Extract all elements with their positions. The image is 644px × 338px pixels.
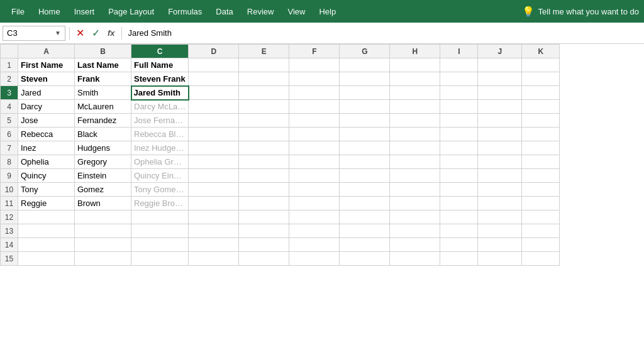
cell-C7[interactable]: Inez Hudge… <box>131 141 189 155</box>
cell-H2[interactable] <box>390 72 440 86</box>
cell-F12[interactable] <box>289 210 340 224</box>
cell-G7[interactable] <box>340 141 390 155</box>
row-num-2[interactable]: 2 <box>1 72 18 86</box>
cell-E9[interactable] <box>239 169 289 183</box>
cell-D6[interactable] <box>189 128 239 141</box>
cell-F4[interactable] <box>289 100 340 114</box>
cell-F14[interactable] <box>289 238 340 252</box>
cell-G9[interactable] <box>340 169 390 183</box>
cell-H4[interactable] <box>390 100 440 114</box>
cell-C10[interactable]: Tony Gome… <box>131 183 189 197</box>
cell-D8[interactable] <box>189 155 239 169</box>
cell-D1[interactable] <box>189 58 239 72</box>
cell-D10[interactable] <box>189 183 239 197</box>
cell-B1[interactable]: Last Name <box>75 58 131 72</box>
cell-I9[interactable] <box>440 169 478 183</box>
row-num-6[interactable]: 6 <box>1 128 18 141</box>
cell-H9[interactable] <box>390 169 440 183</box>
cell-F6[interactable] <box>289 128 340 141</box>
cell-E15[interactable] <box>239 252 289 266</box>
cell-H15[interactable] <box>390 252 440 266</box>
cell-C8[interactable]: Ophelia Gr… <box>131 155 189 169</box>
cell-B6[interactable]: Black <box>75 128 131 141</box>
cell-C6[interactable]: Rebecca Bl… <box>131 128 189 141</box>
cell-A10[interactable]: Tony <box>18 183 75 197</box>
col-header-J[interactable]: J <box>478 45 522 58</box>
cell-I2[interactable] <box>440 72 478 86</box>
cell-G14[interactable] <box>340 238 390 252</box>
cell-D7[interactable] <box>189 141 239 155</box>
cell-F8[interactable] <box>289 155 340 169</box>
menu-view[interactable]: View <box>281 4 311 19</box>
menu-file[interactable]: File <box>5 4 31 19</box>
cell-E8[interactable] <box>239 155 289 169</box>
cell-F15[interactable] <box>289 252 340 266</box>
cell-K2[interactable] <box>522 72 560 86</box>
cell-A15[interactable] <box>18 252 75 266</box>
cell-C3[interactable]: Jared Smith <box>131 86 189 100</box>
cell-D11[interactable] <box>189 197 239 210</box>
formula-input[interactable] <box>126 26 641 41</box>
fx-button[interactable]: fx <box>105 28 118 38</box>
cell-A9[interactable]: Quincy <box>18 169 75 183</box>
cell-E4[interactable] <box>239 100 289 114</box>
cell-K12[interactable] <box>522 210 560 224</box>
cell-A13[interactable] <box>18 224 75 238</box>
row-num-12[interactable]: 12 <box>1 210 18 224</box>
cell-C4[interactable]: Darcy McLa… <box>131 100 189 114</box>
cell-K13[interactable] <box>522 224 560 238</box>
cell-B10[interactable]: Gomez <box>75 183 131 197</box>
cell-B15[interactable] <box>75 252 131 266</box>
cell-F13[interactable] <box>289 224 340 238</box>
cell-J7[interactable] <box>478 141 522 155</box>
cell-A6[interactable]: Rebecca <box>18 128 75 141</box>
cell-F11[interactable] <box>289 197 340 210</box>
row-num-5[interactable]: 5 <box>1 114 18 128</box>
cell-F9[interactable] <box>289 169 340 183</box>
menu-review[interactable]: Review <box>241 4 280 19</box>
cell-D2[interactable] <box>189 72 239 86</box>
cell-J11[interactable] <box>478 197 522 210</box>
cell-D15[interactable] <box>189 252 239 266</box>
cell-I12[interactable] <box>440 210 478 224</box>
cell-A1[interactable]: First Name <box>18 58 75 72</box>
cell-K1[interactable] <box>522 58 560 72</box>
cell-B2[interactable]: Frank <box>75 72 131 86</box>
row-num-7[interactable]: 7 <box>1 141 18 155</box>
col-header-I[interactable]: I <box>440 45 478 58</box>
cell-F3[interactable] <box>289 86 340 100</box>
cell-C11[interactable]: Reggie Bro… <box>131 197 189 210</box>
cell-D14[interactable] <box>189 238 239 252</box>
cell-B7[interactable]: Hudgens <box>75 141 131 155</box>
cell-G12[interactable] <box>340 210 390 224</box>
cell-H8[interactable] <box>390 155 440 169</box>
cell-H13[interactable] <box>390 224 440 238</box>
cell-H11[interactable] <box>390 197 440 210</box>
cell-G3[interactable] <box>340 86 390 100</box>
cell-A7[interactable]: Inez <box>18 141 75 155</box>
cell-I13[interactable] <box>440 224 478 238</box>
cell-D13[interactable] <box>189 224 239 238</box>
cell-C5[interactable]: Jose Ferna… <box>131 114 189 128</box>
row-num-10[interactable]: 10 <box>1 183 18 197</box>
cell-K3[interactable] <box>522 86 560 100</box>
row-num-14[interactable]: 14 <box>1 238 18 252</box>
cell-D12[interactable] <box>189 210 239 224</box>
cell-F10[interactable] <box>289 183 340 197</box>
cell-E14[interactable] <box>239 238 289 252</box>
cell-H12[interactable] <box>390 210 440 224</box>
cell-C12[interactable] <box>131 210 189 224</box>
cell-J5[interactable] <box>478 114 522 128</box>
cell-G15[interactable] <box>340 252 390 266</box>
cell-G4[interactable] <box>340 100 390 114</box>
col-header-A[interactable]: A <box>18 45 75 58</box>
cell-K6[interactable] <box>522 128 560 141</box>
cell-E10[interactable] <box>239 183 289 197</box>
row-num-13[interactable]: 13 <box>1 224 18 238</box>
cell-E6[interactable] <box>239 128 289 141</box>
cell-K4[interactable] <box>522 100 560 114</box>
cell-H7[interactable] <box>390 141 440 155</box>
cell-H5[interactable] <box>390 114 440 128</box>
cell-F1[interactable] <box>289 58 340 72</box>
cell-B5[interactable]: Fernandez <box>75 114 131 128</box>
